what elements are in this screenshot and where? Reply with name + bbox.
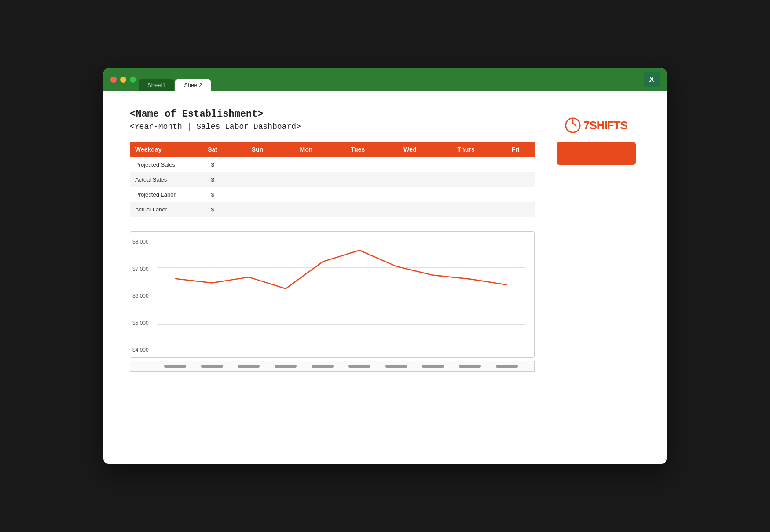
establishment-name: <Name of Establishment> xyxy=(130,109,535,120)
row-cell xyxy=(331,202,385,217)
x-label-9 xyxy=(451,365,488,368)
table-header-row: Weekday Sat Sun Mon Tues Wed Thurs Fri xyxy=(130,142,535,157)
row-cell xyxy=(234,157,281,172)
logo-shifts: SHIFTS xyxy=(590,119,627,132)
tab-area: Sheet1 Sheet2 xyxy=(139,79,211,91)
x-label-thurs xyxy=(341,365,378,368)
col-mon: Mon xyxy=(281,142,331,157)
row-cell xyxy=(234,187,281,202)
x-label-sun xyxy=(194,365,231,368)
y-label-8000: $8,000 xyxy=(132,239,149,245)
row-cell xyxy=(331,157,385,172)
row-cell xyxy=(234,172,281,187)
row-label: Projected Sales xyxy=(130,157,191,172)
col-sun: Sun xyxy=(234,142,281,157)
col-tues: Tues xyxy=(331,142,385,157)
row-cell xyxy=(331,187,385,202)
y-axis-labels: $8,000 $7,000 $6,000 $5,000 $4,000 xyxy=(132,239,149,353)
x-label-10 xyxy=(488,365,525,368)
content-area: <Name of Establishment> <Year-Month | Sa… xyxy=(103,91,667,389)
main-content: <Name of Establishment> <Year-Month | Sa… xyxy=(130,109,535,372)
row-cell xyxy=(281,172,331,187)
table-row: Actual Labor$ xyxy=(130,202,535,217)
y-label-5000: $5,000 xyxy=(132,320,149,326)
row-cell xyxy=(435,202,497,217)
table-row: Projected Sales$ xyxy=(130,157,535,172)
table-row: Actual Sales$ xyxy=(130,172,535,187)
bars-area xyxy=(157,239,525,353)
row-cell xyxy=(497,157,535,172)
x-label-sat xyxy=(157,365,194,368)
x-label-wed xyxy=(304,365,341,368)
row-cell xyxy=(385,172,435,187)
row-cell xyxy=(435,157,497,172)
logo-text: 7SHIFTS xyxy=(583,119,627,132)
row-label: Projected Labor xyxy=(130,187,191,202)
app-window: Sheet1 Sheet2 X <Name of Establishment> … xyxy=(103,68,667,464)
col-fri: Fri xyxy=(497,142,535,157)
row-cell: $ xyxy=(191,202,234,217)
row-cell xyxy=(234,202,281,217)
x-label-fri xyxy=(378,365,415,368)
col-wed: Wed xyxy=(385,142,435,157)
tab-sheet1[interactable]: Sheet1 xyxy=(139,79,174,91)
row-label: Actual Sales xyxy=(130,172,191,187)
x-label-mon xyxy=(231,365,268,368)
x-label-tues xyxy=(267,365,304,368)
traffic-lights xyxy=(110,77,136,83)
row-cell xyxy=(435,172,497,187)
row-cell xyxy=(385,187,435,202)
row-cell xyxy=(497,187,535,202)
table-row: Projected Labor$ xyxy=(130,187,535,202)
chart-area: $8,000 $7,000 $6,000 $5,000 $4,000 xyxy=(157,239,525,353)
minimize-button[interactable] xyxy=(120,77,126,83)
row-cell xyxy=(385,157,435,172)
maximize-button[interactable] xyxy=(130,77,136,83)
data-table: Weekday Sat Sun Mon Tues Wed Thurs Fri P… xyxy=(130,142,535,217)
logo-number: 7 xyxy=(583,119,589,132)
close-button[interactable] xyxy=(110,77,117,83)
chart-container: $8,000 $7,000 $6,000 $5,000 $4,000 xyxy=(130,231,535,358)
tab-sheet2[interactable]: Sheet2 xyxy=(175,79,211,91)
col-thurs: Thurs xyxy=(435,142,497,157)
row-cell xyxy=(497,172,535,187)
row-cell: $ xyxy=(191,172,234,187)
orange-cta-button[interactable] xyxy=(557,142,636,165)
row-label: Actual Labor xyxy=(130,202,191,217)
y-label-7000: $7,000 xyxy=(132,266,149,272)
row-cell xyxy=(281,157,331,172)
7shifts-logo-icon xyxy=(565,117,581,133)
excel-icon: X xyxy=(644,72,660,87)
row-cell: $ xyxy=(191,187,234,202)
col-sat: Sat xyxy=(191,142,234,157)
row-cell xyxy=(281,187,331,202)
row-cell xyxy=(385,202,435,217)
titlebar: Sheet1 Sheet2 X xyxy=(103,68,667,91)
dashboard-title: <Year-Month | Sales Labor Dashboard> xyxy=(130,122,535,131)
svg-line-2 xyxy=(573,123,576,126)
y-label-4000: $4,000 xyxy=(132,347,149,353)
row-cell: $ xyxy=(191,157,234,172)
row-cell xyxy=(497,202,535,217)
y-label-6000: $6,000 xyxy=(132,293,149,299)
x-axis-labels xyxy=(130,361,535,372)
row-cell xyxy=(435,187,497,202)
col-weekday: Weekday xyxy=(130,142,191,157)
sidebar: 7SHIFTS xyxy=(552,109,640,372)
row-cell xyxy=(331,172,385,187)
row-cell xyxy=(281,202,331,217)
x-label-8 xyxy=(415,365,452,368)
logo-container: 7SHIFTS xyxy=(565,117,627,133)
